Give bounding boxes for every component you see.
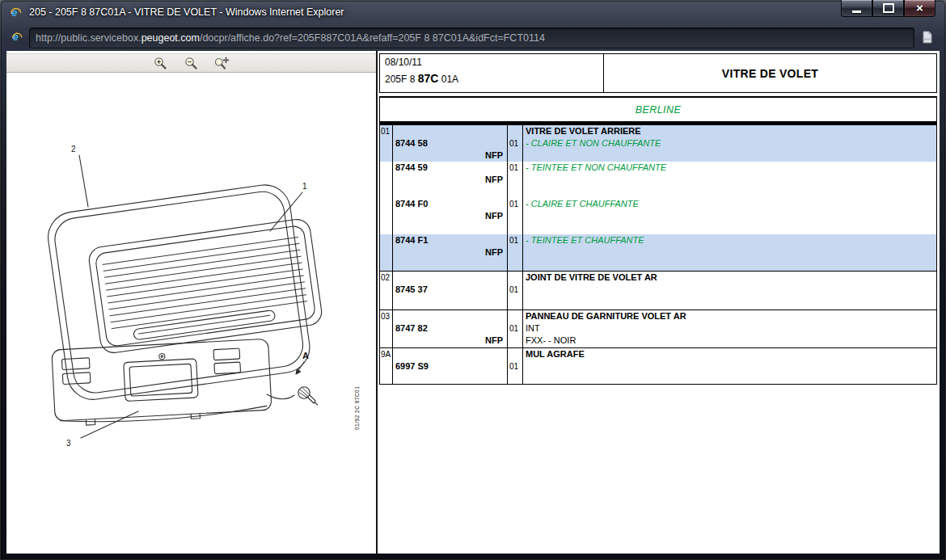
variant-banner: BERLINE: [379, 96, 937, 125]
part-nfp: NFP: [395, 174, 507, 186]
part-qty: 01: [508, 137, 523, 162]
part-qty: 01: [508, 322, 523, 347]
doc-ref-suffix: 01A: [438, 74, 458, 85]
callout-1[interactable]: 1: [302, 182, 307, 191]
minimize-button[interactable]: [841, 0, 872, 17]
callout-2[interactable]: 2: [71, 145, 76, 154]
part-nfp: NFP: [395, 335, 507, 347]
document-date: 08/10/11: [385, 57, 598, 69]
page-title: VITRE DE VOLET: [604, 54, 936, 92]
part-ref: 8744 59: [395, 162, 507, 174]
page-content: 2 1 3 A 01/92 2C 87C01 08/10/11 205F 8 8…: [6, 51, 940, 554]
part-desc: - TEINTEE ET NON CHAUFFANTE: [526, 162, 666, 172]
svg-text:e: e: [13, 32, 19, 43]
zoom-pan-button[interactable]: [213, 56, 231, 70]
group-title: MUL AGRAFE: [523, 348, 936, 360]
address-favicon-icon: e: [11, 31, 24, 44]
part-ref: 8747 82: [395, 322, 507, 335]
callout-a[interactable]: A: [302, 351, 309, 360]
part-qty: 01: [508, 284, 523, 309]
part-row[interactable]: 8744 F0 NFP 01 - CLAIRE ET CHAUFFANTE: [380, 198, 936, 234]
part-row[interactable]: 8744 59 NFP 01 - TEINTEE ET NON CHAUFFAN…: [380, 162, 936, 198]
part-desc: INT: [526, 322, 936, 335]
close-button[interactable]: ×: [904, 0, 935, 17]
part-row[interactable]: 6997 S9 01: [380, 360, 936, 384]
group-title: PANNEAU DE GARNITURE VOLET AR: [523, 310, 936, 322]
part-nfp: NFP: [395, 246, 507, 259]
parts-panel: 08/10/11 205F 8 87C 01A VITRE DE VOLET B…: [378, 51, 940, 554]
part-qty: 01: [508, 162, 523, 198]
part-nfp: NFP: [395, 149, 507, 162]
browser-window: e 205 - 205F 8 87C01A - VITRE DE VOLET -…: [0, 0, 946, 560]
group-title: JOINT DE VITRE DE VOLET AR: [523, 272, 936, 284]
window-controls: ×: [841, 0, 935, 17]
group-number: 9A: [380, 348, 393, 360]
document-reference: 205F 8 87C 01A: [385, 71, 598, 86]
group-title-row: 02 JOINT DE VITRE DE VOLET AR: [380, 271, 936, 284]
window-title: 205 - 205F 8 87C01A - VITRE DE VOLET - W…: [29, 6, 344, 18]
url-domain: peugeot.com: [141, 32, 200, 44]
part-qty: 01: [508, 360, 523, 384]
close-icon: ×: [916, 1, 923, 15]
part-row[interactable]: 8744 F1 NFP 01 - TEINTEE ET CHAUFFANTE: [380, 234, 936, 271]
svg-text:e: e: [11, 6, 17, 19]
group-title-row: 03 PANNEAU DE GARNITURE VOLET AR: [380, 309, 936, 322]
part-qty: 01: [508, 198, 523, 234]
part-ref: 8745 37: [395, 284, 507, 296]
zoom-toolbar: [6, 53, 376, 73]
zoom-in-button[interactable]: [152, 56, 170, 70]
url-path: /docpr/affiche.do?ref=205F887C01A&refaff…: [200, 32, 545, 44]
zoom-out-button[interactable]: [183, 56, 201, 70]
compatibility-view-icon[interactable]: [921, 31, 935, 45]
url-prefix: http://public.servicebox.: [36, 32, 141, 44]
part-ref: 6997 S9: [395, 360, 507, 373]
part-row[interactable]: 8745 37 01: [380, 284, 936, 309]
group-title-row: 01 VITRE DE VOLET ARRIERE: [380, 125, 936, 137]
parts-header: 08/10/11 205F 8 87C 01A VITRE DE VOLET: [379, 53, 937, 93]
part-qty: 01: [508, 234, 523, 271]
title-bar: e 205 - 205F 8 87C01A - VITRE DE VOLET -…: [0, 0, 946, 24]
doc-ref-prefix: 205F 8: [385, 74, 418, 85]
drawing-reference-label: 01/92 2C 87C01: [354, 386, 360, 430]
group-number: 01: [380, 125, 393, 137]
group-title-row: 9A MUL AGRAFE: [380, 347, 936, 360]
part-row[interactable]: 8744 58 NFP 01 - CLAIRE ET NON CHAUFFANT…: [380, 137, 936, 162]
drawing-area: 2 1 3 A 01/92 2C 87C01: [6, 73, 376, 554]
callout-3[interactable]: 3: [66, 439, 71, 448]
part-ref: 8744 58: [395, 137, 507, 149]
parts-header-left: 08/10/11 205F 8 87C 01A: [380, 54, 604, 92]
maximize-button[interactable]: [872, 0, 904, 17]
technical-drawing: 2 1 3 A 01/92 2C 87C01: [6, 73, 374, 554]
part-desc: - CLAIRE ET NON CHAUFFANTE: [526, 138, 661, 148]
group-number: 03: [380, 310, 393, 322]
part-row[interactable]: 8747 82 NFP 01 INT FXX- - NOIR: [380, 322, 936, 347]
drawing-panel: 2 1 3 A 01/92 2C 87C01: [6, 51, 378, 554]
part-desc-2: FXX- - NOIR: [526, 335, 936, 347]
maximize-icon: [883, 3, 894, 13]
group-title: VITRE DE VOLET ARRIERE: [523, 125, 936, 137]
doc-ref-bold: 87C: [418, 72, 439, 85]
group-number: 02: [380, 272, 393, 284]
url-field[interactable]: http://public.servicebox.peugeot.com/doc…: [29, 27, 914, 48]
part-desc: - TEINTEE ET CHAUFFANTE: [526, 235, 644, 245]
ie-logo-icon: e: [9, 6, 23, 19]
part-ref: 8744 F1: [395, 234, 507, 246]
part-nfp: NFP: [395, 210, 507, 222]
part-ref: 8744 F0: [395, 198, 507, 210]
minimize-icon: [852, 11, 861, 13]
parts-table: 01 VITRE DE VOLET ARRIERE 8744 58 NFP 01…: [379, 125, 937, 385]
part-desc: - CLAIRE ET CHAUFFANTE: [526, 199, 639, 208]
address-bar: e http://public.servicebox.peugeot.com/d…: [6, 24, 940, 51]
